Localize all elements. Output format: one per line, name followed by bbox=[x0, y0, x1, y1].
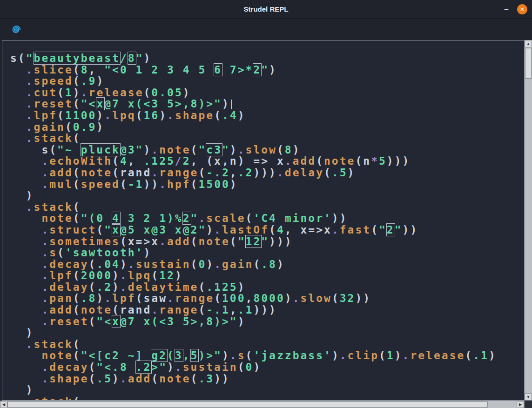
code-token: note bbox=[41, 212, 73, 224]
code-token: ) bbox=[230, 178, 238, 190]
code-token: ) bbox=[112, 373, 120, 385]
code-token: ( bbox=[191, 258, 199, 270]
code-token: @5 x@3 x@2" bbox=[120, 224, 206, 236]
code-token bbox=[10, 109, 26, 121]
scroll-up-icon: ▲ bbox=[526, 42, 530, 46]
code-token: . bbox=[238, 144, 246, 156]
code-token: mul bbox=[49, 178, 73, 190]
code-token: delay bbox=[285, 167, 324, 179]
code-line: ) bbox=[10, 384, 524, 396]
vertical-scroll-track[interactable] bbox=[525, 47, 532, 393]
code-token: n bbox=[363, 155, 371, 167]
code-token: 4 bbox=[277, 224, 285, 236]
code-token: " bbox=[261, 235, 269, 247]
vertical-scrollbar[interactable]: ▲ ▼ bbox=[524, 40, 532, 408]
code-token: ( bbox=[89, 315, 97, 328]
code-token: ( bbox=[89, 258, 97, 270]
code-token: ( bbox=[214, 292, 222, 304]
titlebar[interactable]: Strudel REPL – ✕ bbox=[0, 0, 532, 19]
code-token: . bbox=[151, 167, 159, 179]
code-token: ) bbox=[26, 189, 34, 201]
code-token: range bbox=[159, 167, 198, 179]
code-token: clip bbox=[348, 349, 379, 361]
code-token: saw bbox=[143, 292, 167, 304]
code-token: ) bbox=[143, 247, 151, 259]
code-token: => bbox=[308, 224, 324, 236]
highlighted-token: beautybeast bbox=[34, 52, 120, 64]
code-token: .1 bbox=[238, 304, 254, 316]
code-token: cut bbox=[34, 87, 58, 99]
horizontal-scrollbar[interactable]: ◀ ▶ bbox=[0, 401, 524, 408]
code-token: x bbox=[128, 235, 136, 247]
code-token: .125 bbox=[143, 155, 175, 167]
editor-column: s("beautybeast/8") .slice(8, "<0 1 2 3 4… bbox=[0, 40, 524, 408]
code-token: . bbox=[41, 224, 49, 236]
code-line: note("(0 4 3 2 1)%2".scale('C4 minor')) bbox=[10, 213, 524, 224]
code-token: delaytime bbox=[128, 281, 199, 293]
scroll-up-button[interactable]: ▲ bbox=[525, 40, 532, 47]
code-token: rand bbox=[120, 167, 151, 179]
code-token bbox=[10, 315, 41, 328]
code-token: "<0 1 2 3 4 5 bbox=[104, 64, 214, 76]
code-token: 'jazzbass' bbox=[253, 349, 331, 361]
code-token: 4 bbox=[120, 155, 128, 167]
code-token: .2 bbox=[96, 281, 112, 293]
scroll-down-button[interactable]: ▼ bbox=[525, 393, 532, 401]
code-token: . bbox=[26, 64, 34, 76]
code-token: ) bbox=[269, 64, 277, 76]
code-token: ( bbox=[214, 109, 222, 121]
code-token: " bbox=[379, 224, 387, 236]
code-token: , x bbox=[285, 224, 309, 236]
code-token: note bbox=[198, 235, 229, 247]
code-token: ( bbox=[112, 155, 120, 167]
code-token: note bbox=[81, 167, 112, 179]
code-token bbox=[10, 64, 26, 76]
code-token: release bbox=[410, 349, 465, 361]
code-token: 1100 bbox=[65, 109, 96, 121]
code-token: lpf bbox=[112, 292, 136, 304]
code-line: .reset("<x@7 x(<3 5>,8)>") bbox=[10, 98, 524, 110]
code-token: . bbox=[120, 269, 128, 281]
code-token: pan bbox=[49, 292, 73, 304]
close-button[interactable]: ✕ bbox=[517, 4, 527, 14]
code-editor[interactable]: s("beautybeast/8") .slice(8, "<0 1 2 3 4… bbox=[2, 40, 524, 401]
highlighted-token: g2 bbox=[151, 349, 167, 361]
scroll-left-button[interactable]: ◀ bbox=[0, 401, 7, 408]
code-token: ) bbox=[222, 349, 230, 361]
code-token: ( bbox=[73, 395, 81, 401]
code-token: . bbox=[26, 395, 34, 401]
code-token: " bbox=[261, 64, 269, 76]
horizontal-scroll-thumb[interactable] bbox=[7, 401, 488, 408]
code-token: lpf bbox=[34, 109, 58, 121]
code-token: ( bbox=[73, 349, 81, 361]
code-token: ) bbox=[293, 144, 301, 156]
code-token bbox=[10, 212, 41, 224]
code-token: note bbox=[159, 373, 190, 385]
minimize-button[interactable]: – bbox=[502, 7, 511, 12]
code-token: ( bbox=[112, 167, 120, 179]
strudel-logo[interactable] bbox=[9, 23, 22, 36]
code-token: reset bbox=[49, 315, 88, 328]
code-token: add bbox=[167, 235, 191, 247]
code-token: .04 bbox=[96, 258, 120, 270]
code-token: fast bbox=[340, 224, 371, 236]
highlighted-token: x bbox=[96, 98, 104, 110]
code-token: . bbox=[167, 292, 175, 304]
code-token: " bbox=[191, 212, 199, 224]
vertical-scroll-thumb[interactable] bbox=[525, 48, 532, 79]
horizontal-scroll-track[interactable] bbox=[7, 401, 517, 408]
strudel-repl-window: Strudel REPL – ✕ s("beautybeast/8") .sli… bbox=[0, 0, 532, 408]
scroll-right-icon: ▶ bbox=[519, 402, 522, 407]
highlighted-token: 8 bbox=[128, 52, 136, 64]
code-token: @3" bbox=[120, 144, 144, 156]
scroll-right-button[interactable]: ▶ bbox=[517, 401, 524, 408]
highlighted-token: 2 bbox=[387, 224, 395, 236]
code-token: . bbox=[41, 155, 49, 167]
code-token: . bbox=[26, 75, 34, 87]
code-token: 8 bbox=[285, 144, 293, 156]
code-token bbox=[10, 361, 41, 373]
code-token: 'sawtooth' bbox=[65, 247, 143, 259]
code-token bbox=[10, 281, 41, 293]
code-token bbox=[10, 75, 26, 87]
code-token: * bbox=[371, 155, 379, 167]
